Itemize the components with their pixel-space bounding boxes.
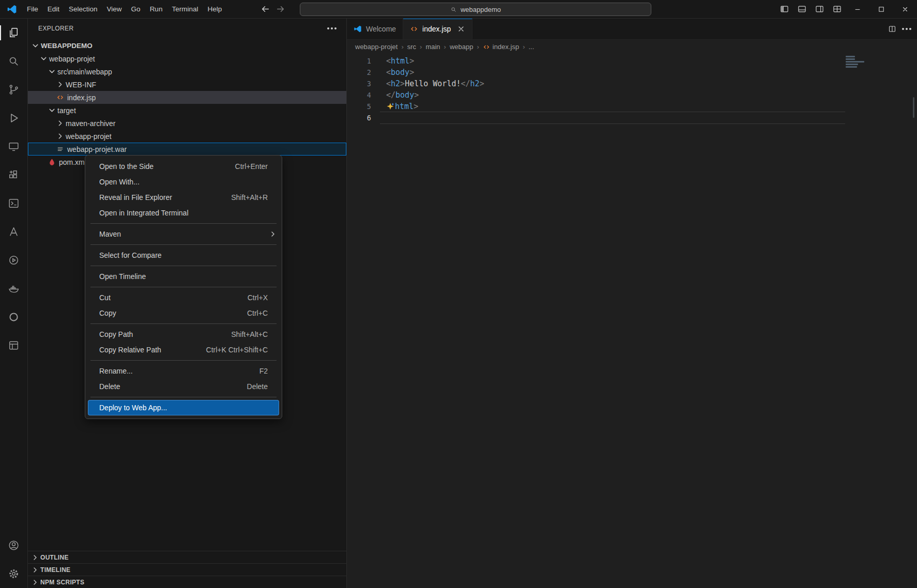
context-menu-separator: [90, 244, 277, 245]
line-number[interactable]: 1: [347, 57, 371, 65]
code-line-3[interactable]: 3 <h2>Hello World!</h2>: [347, 78, 917, 89]
activity-source-control[interactable]: [0, 75, 27, 104]
breadcrumb-webapp-projet[interactable]: webapp-projet: [355, 43, 398, 51]
context-menu-item-copy[interactable]: Copy Ctrl+C: [85, 305, 282, 321]
section-npm-scripts[interactable]: NPM SCRIPTS: [28, 576, 346, 588]
scrollbar-marker[interactable]: [913, 97, 914, 118]
tree-item-webapp-projet[interactable]: webapp-projet: [28, 52, 346, 65]
code-line-6-current[interactable]: 6: [347, 112, 917, 123]
line-number[interactable]: 4: [347, 91, 371, 99]
line-number[interactable]: 5: [347, 102, 371, 111]
more-actions-icon[interactable]: [906, 28, 908, 30]
menu-file[interactable]: File: [22, 0, 43, 18]
context-menu-item-maven[interactable]: Maven: [85, 226, 282, 242]
explorer-more-actions-icon[interactable]: [331, 27, 333, 29]
minimize-button[interactable]: [846, 0, 869, 18]
tree-item-webapp-projet-war[interactable]: webapp-projet.war: [28, 143, 346, 156]
activity-live-preview[interactable]: [0, 189, 27, 218]
manage-settings-button[interactable]: [0, 560, 27, 588]
context-menu-item-label: Copy Path: [99, 330, 133, 338]
code-line-1[interactable]: 1 <html>: [347, 55, 917, 67]
sidebar-sections: OUTLINE TIMELINE NPM SCRIPTS: [28, 551, 346, 588]
minimap[interactable]: [846, 56, 908, 169]
context-menu-item-select-for-compare[interactable]: Select for Compare: [85, 247, 282, 263]
context-menu-item-copy-relative-path[interactable]: Copy Relative Path Ctrl+K Ctrl+Shift+C: [85, 342, 282, 358]
activity-search[interactable]: [0, 47, 27, 75]
close-window-button[interactable]: [893, 0, 917, 18]
context-menu-item-reveal-in-file-explorer[interactable]: Reveal in File Explorer Shift+Alt+R: [85, 190, 282, 205]
tree-item-src-main-webapp[interactable]: src\main\webapp: [28, 65, 346, 78]
breadcrumb-webapp[interactable]: webapp: [450, 43, 473, 51]
command-center-search[interactable]: webappdemo: [300, 3, 651, 16]
menu-selection[interactable]: Selection: [64, 0, 102, 18]
maximize-button[interactable]: [869, 0, 893, 18]
line-number[interactable]: 3: [347, 80, 371, 88]
code-line-5[interactable]: 5 html>: [347, 101, 917, 112]
activity-sonarlint[interactable]: [0, 246, 27, 274]
tree-item-workspace-webappdemo[interactable]: WEBAPPDEMO: [28, 39, 346, 52]
extensions-icon: [7, 168, 20, 181]
chevron-right-icon: [31, 578, 39, 586]
section-outline[interactable]: OUTLINE: [28, 551, 346, 563]
tree-item-target[interactable]: target: [28, 104, 346, 117]
context-menu-separator: [90, 223, 277, 224]
activity-remote-window[interactable]: [0, 331, 27, 360]
menu-run[interactable]: Run: [145, 0, 167, 18]
menu-view[interactable]: View: [102, 0, 127, 18]
close-tab-icon[interactable]: [457, 25, 465, 33]
toggle-primary-sidebar-button[interactable]: [775, 0, 793, 18]
code-token: html: [391, 56, 409, 66]
menu-terminal[interactable]: Terminal: [167, 0, 203, 18]
code-line-2[interactable]: 2 <body>: [347, 67, 917, 78]
code-line-4[interactable]: 4 </body>: [347, 89, 917, 101]
toggle-secondary-sidebar-button[interactable]: [811, 0, 828, 18]
line-number[interactable]: 6: [347, 114, 371, 122]
line-number[interactable]: 2: [347, 68, 371, 76]
activity-azure[interactable]: [0, 218, 27, 246]
context-menu-item-delete[interactable]: Delete Delete: [85, 379, 282, 394]
accounts-button[interactable]: [0, 531, 27, 560]
editor-actions: [888, 19, 917, 39]
section-timeline[interactable]: TIMELINE: [28, 563, 346, 576]
breadcrumb-index-jsp[interactable]: index.jsp: [483, 43, 519, 51]
activity-docker[interactable]: [0, 274, 27, 303]
context-menu-separator: [90, 266, 277, 266]
context-menu: Open to the Side Ctrl+Enter Open With...…: [85, 155, 282, 419]
context-menu-item-rename[interactable]: Rename... F2: [85, 363, 282, 379]
context-menu-item-cut[interactable]: Cut Ctrl+X: [85, 290, 282, 305]
forward-arrow-icon[interactable]: [276, 5, 285, 13]
copilot-sparkle-icon[interactable]: [386, 102, 394, 111]
context-menu-item-open-timeline[interactable]: Open Timeline: [85, 269, 282, 284]
activity-extensions[interactable]: [0, 161, 27, 189]
tab-welcome[interactable]: Welcome: [347, 19, 403, 39]
tab-label: index.jsp: [422, 25, 451, 33]
tree-item-maven-archiver[interactable]: maven-archiver: [28, 117, 346, 130]
breadcrumb-src[interactable]: src: [407, 43, 416, 51]
activity-kubernetes[interactable]: [0, 303, 27, 331]
code-editor[interactable]: 1 <html> 2 <body> 3 <h2>Hello World!</h2…: [347, 54, 917, 588]
back-arrow-icon[interactable]: [261, 5, 270, 13]
tab-index-jsp[interactable]: index.jsp: [403, 19, 472, 39]
section-label: TIMELINE: [40, 566, 70, 574]
monitor-icon: [7, 140, 20, 153]
activity-explorer[interactable]: [0, 19, 27, 47]
menu-go[interactable]: Go: [127, 0, 145, 18]
customize-layout-button[interactable]: [828, 0, 846, 18]
menu-help[interactable]: Help: [203, 0, 226, 18]
context-menu-item-open-in-integrated-terminal[interactable]: Open in Integrated Terminal: [85, 205, 282, 221]
context-menu-item-open-to-the-side[interactable]: Open to the Side Ctrl+Enter: [85, 159, 282, 174]
activity-remote-explorer[interactable]: [0, 132, 27, 161]
activity-run-debug[interactable]: [0, 104, 27, 132]
context-menu-item-deploy-to-web-app[interactable]: Deploy to Web App...: [88, 400, 279, 415]
context-menu-item-open-with[interactable]: Open With...: [85, 174, 282, 190]
run-debug-icon: [7, 112, 20, 125]
toggle-panel-button[interactable]: [793, 0, 811, 18]
breadcrumb-main[interactable]: main: [425, 43, 440, 51]
tree-item-index-jsp[interactable]: index.jsp: [28, 91, 346, 104]
split-editor-icon[interactable]: [888, 25, 896, 33]
breadcrumb-symbol-placeholder[interactable]: ...: [529, 43, 534, 51]
menu-edit[interactable]: Edit: [43, 0, 64, 18]
tree-item-target-webapp-projet[interactable]: webapp-projet: [28, 130, 346, 143]
tree-item-web-inf[interactable]: WEB-INF: [28, 78, 346, 91]
context-menu-item-copy-path[interactable]: Copy Path Shift+Alt+C: [85, 327, 282, 342]
